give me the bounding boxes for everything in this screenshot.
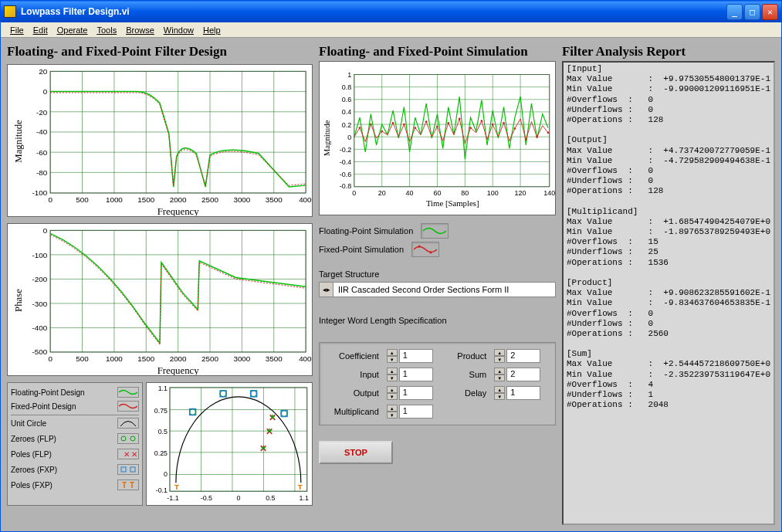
menu-browse[interactable]: Browse xyxy=(121,24,159,36)
svg-text:-0.6: -0.6 xyxy=(340,171,351,178)
svg-text:100: 100 xyxy=(487,189,499,197)
simulation-plot: 10.80.6 0.40.20 -0.2-0.4-0.6 -0.8 02040 … xyxy=(319,61,556,215)
svg-text:0: 0 xyxy=(48,195,52,204)
minimize-button[interactable]: _ xyxy=(726,4,743,20)
menu-operate[interactable]: Operate xyxy=(52,24,93,36)
menu-help[interactable]: Help xyxy=(198,24,225,36)
svg-text:T: T xyxy=(122,481,127,489)
window-controls: _ □ ✕ xyxy=(726,4,778,20)
iwl-output-spinner[interactable]: ▲▼1 xyxy=(387,386,442,400)
svg-text:0.2: 0.2 xyxy=(342,121,351,129)
legend-fxp-design: Fixed-Point Design xyxy=(11,402,76,411)
iwl-output-label: Output xyxy=(326,388,379,398)
menu-file[interactable]: File xyxy=(5,24,29,36)
svg-text:20: 20 xyxy=(378,189,386,197)
magnitude-plot: 200-20 -40-60-80 -100 05001000 150020002… xyxy=(7,64,313,217)
svg-text:0.6: 0.6 xyxy=(342,96,351,103)
svg-text:120: 120 xyxy=(515,189,526,197)
dropdown-arrow-icon[interactable]: ◂▸ xyxy=(320,283,333,296)
spin-up-icon[interactable]: ▲ xyxy=(387,386,398,393)
simulation-title: Floating- and Fixed-Point Simulation xyxy=(319,44,556,59)
svg-point-143 xyxy=(447,122,449,124)
svg-text:Magnitude: Magnitude xyxy=(322,120,331,156)
svg-text:2000: 2000 xyxy=(170,195,187,204)
svg-text:500: 500 xyxy=(76,195,89,204)
legend-poles-fxp: Poles (FXP) xyxy=(11,481,52,490)
iwl-section-label: Integer Word Length Specification xyxy=(319,316,556,325)
svg-text:0.4: 0.4 xyxy=(342,109,351,117)
svg-point-148 xyxy=(503,122,505,124)
spin-up-icon[interactable]: ▲ xyxy=(387,349,398,356)
app-window: Lowpass Filter Design.vi _ □ ✕ File Edit… xyxy=(0,0,782,532)
simulation-legend: Floating-Point Simulation Fixed-Point Si… xyxy=(319,223,556,257)
content-area: Floating- and Fixed-Point Filter Design xyxy=(1,38,781,531)
svg-text:1.1: 1.1 xyxy=(300,494,309,502)
svg-text:-0.2: -0.2 xyxy=(340,146,351,154)
svg-text:0: 0 xyxy=(347,134,351,141)
spin-up-icon[interactable]: ▲ xyxy=(494,368,505,374)
svg-text:Time [Samples]: Time [Samples] xyxy=(426,198,479,208)
target-structure-dropdown[interactable]: ◂▸ IIR Cascaded Second Order Sections Fo… xyxy=(319,282,556,297)
svg-text:2500: 2500 xyxy=(201,195,218,204)
design-column: Floating- and Fixed-Point Filter Design xyxy=(7,44,313,525)
svg-text:-40: -40 xyxy=(36,127,48,136)
spin-up-icon[interactable]: ▲ xyxy=(387,368,398,374)
spin-down-icon[interactable]: ▼ xyxy=(387,393,398,400)
svg-point-150 xyxy=(525,138,527,141)
spin-down-icon[interactable]: ▼ xyxy=(387,412,398,418)
iwl-sum-spinner[interactable]: ▲▼2 xyxy=(494,368,549,381)
svg-point-145 xyxy=(469,127,472,129)
spin-up-icon[interactable]: ▲ xyxy=(494,386,505,393)
spin-down-icon[interactable]: ▼ xyxy=(387,374,398,381)
phase-plot: 0-100-200 -300-400-500 05001000 15002000… xyxy=(7,223,313,376)
iwl-input-spinner[interactable]: ▲▼1 xyxy=(387,368,442,381)
report-textarea[interactable]: [Input] Max Value : +9.975305548001379E-… xyxy=(562,61,775,525)
swatch-green-wave-icon xyxy=(421,223,449,239)
svg-text:-400: -400 xyxy=(32,324,48,332)
menu-tools[interactable]: Tools xyxy=(92,24,121,36)
svg-text:40: 40 xyxy=(406,189,414,197)
svg-text:-60: -60 xyxy=(36,148,48,157)
spin-down-icon[interactable]: ▼ xyxy=(387,356,398,363)
swatch-blue-square-icon xyxy=(117,464,139,475)
svg-text:T: T xyxy=(298,483,303,491)
iwl-product-spinner[interactable]: ▲▼2 xyxy=(494,349,549,363)
iwl-multiplicand-spinner[interactable]: ▲▼1 xyxy=(387,405,442,418)
svg-text:1000: 1000 xyxy=(106,354,123,363)
svg-text:-200: -200 xyxy=(32,275,48,283)
svg-text:-0.1: -0.1 xyxy=(156,486,168,494)
svg-text:0.5: 0.5 xyxy=(158,428,168,435)
svg-text:Phase: Phase xyxy=(13,289,24,312)
svg-rect-73 xyxy=(130,467,135,472)
svg-text:0: 0 xyxy=(43,226,48,235)
maximize-button[interactable]: □ xyxy=(744,4,760,20)
spin-up-icon[interactable]: ▲ xyxy=(387,405,398,412)
svg-text:-80: -80 xyxy=(36,168,48,177)
spin-up-icon[interactable]: ▲ xyxy=(494,349,505,356)
stop-button[interactable]: STOP xyxy=(319,441,393,464)
menu-edit[interactable]: Edit xyxy=(29,24,52,36)
svg-text:Frequency: Frequency xyxy=(157,206,200,216)
spin-down-icon[interactable]: ▼ xyxy=(494,356,505,363)
spin-down-icon[interactable]: ▼ xyxy=(494,374,505,381)
iwl-coefficient-label: Coefficient xyxy=(326,351,379,361)
svg-text:T: T xyxy=(174,483,179,491)
sim-legend-flp: Floating-Point Simulation xyxy=(319,226,413,236)
svg-text:-100: -100 xyxy=(32,188,48,197)
window-title: Lowpass Filter Design.vi xyxy=(21,6,726,17)
iwl-delay-spinner[interactable]: ▲▼1 xyxy=(494,386,549,400)
iwl-delay-label: Delay xyxy=(449,388,487,398)
close-button[interactable]: ✕ xyxy=(762,4,778,20)
svg-text:3000: 3000 xyxy=(233,354,250,363)
svg-text:0.8: 0.8 xyxy=(342,83,351,91)
spin-down-icon[interactable]: ▼ xyxy=(494,393,505,400)
menu-window[interactable]: Window xyxy=(159,24,198,36)
svg-text:-300: -300 xyxy=(32,300,48,308)
simulation-column: Floating- and Fixed-Point Simulation xyxy=(319,44,556,525)
svg-point-173 xyxy=(418,246,421,248)
svg-text:Magnitude: Magnitude xyxy=(13,120,24,163)
iwl-coefficient-spinner[interactable]: ▲▼1 xyxy=(387,349,442,363)
svg-text:140: 140 xyxy=(543,189,555,197)
svg-text:✕: ✕ xyxy=(124,450,130,458)
legend-zeroes-fxp: Zeroes (FXP) xyxy=(11,466,57,474)
